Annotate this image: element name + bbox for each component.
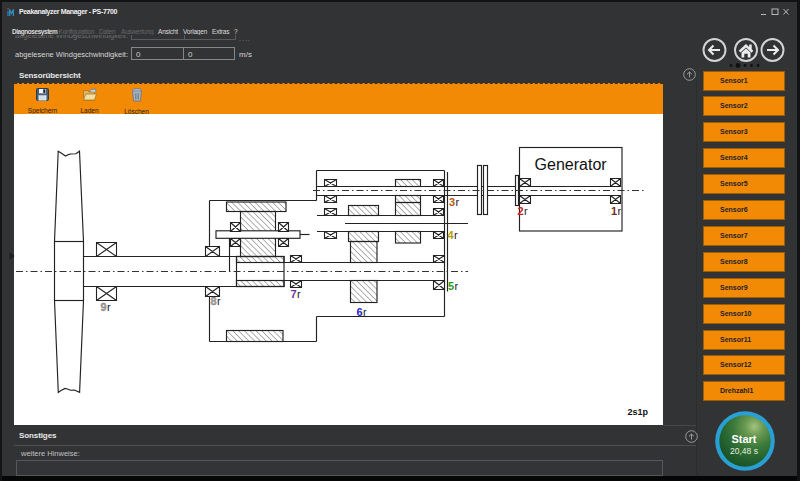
svg-text:2s1p: 2s1p — [628, 407, 649, 417]
svg-text:20,48 s: 20,48 s — [730, 446, 758, 456]
svg-text:8: 8 — [211, 295, 217, 307]
svg-text:r: r — [217, 295, 221, 307]
svg-text:5: 5 — [448, 280, 454, 292]
svg-text:r: r — [363, 306, 367, 318]
svg-text:Start: Start — [731, 433, 756, 445]
svg-text:2: 2 — [518, 205, 524, 217]
svg-text:r: r — [297, 288, 301, 300]
svg-text:r: r — [524, 205, 528, 217]
svg-text:r: r — [455, 280, 459, 292]
svg-text:7: 7 — [291, 288, 297, 300]
svg-text:r: r — [456, 196, 460, 208]
svg-text:r: r — [454, 229, 458, 241]
svg-text:6: 6 — [357, 306, 363, 318]
svg-text:Generator: Generator — [535, 156, 608, 173]
svg-text:3: 3 — [449, 196, 455, 208]
svg-text:r: r — [107, 301, 111, 313]
svg-text:9: 9 — [101, 301, 107, 313]
svg-text:1: 1 — [611, 205, 617, 217]
svg-text:r: r — [618, 205, 622, 217]
